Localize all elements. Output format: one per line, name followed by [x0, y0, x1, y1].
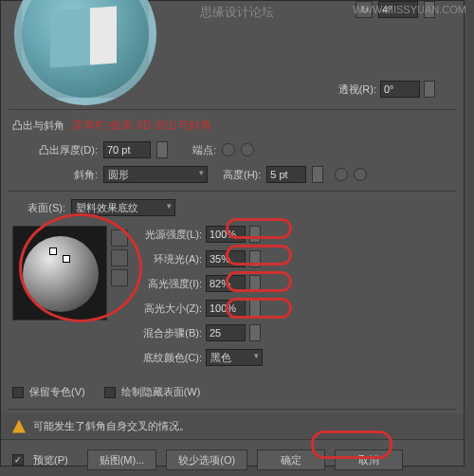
divider: [9, 191, 456, 192]
bevel-select[interactable]: 圆形: [103, 166, 208, 183]
url-watermark: WWW.MISSYUAN.COM: [353, 4, 466, 15]
depth-row: 凸出厚度(D): 70 pt 端点:: [1, 137, 464, 162]
button-row: 预览(P) 贴图(M)... 较少选项(O) 确定 取消: [1, 439, 464, 476]
perspective-input[interactable]: 0°: [380, 81, 420, 98]
cap-off-icon[interactable]: [241, 143, 254, 156]
light-delete-button[interactable]: [111, 269, 128, 286]
extrude-title: 凸出与斜角: [12, 119, 64, 133]
intensity-spinner[interactable]: [249, 226, 261, 243]
depth-label: 凸出厚度(D):: [12, 143, 98, 157]
intensity-label: 光源强度(L):: [120, 228, 202, 242]
depth-spinner[interactable]: [156, 141, 168, 158]
shading-sphere: [23, 236, 99, 312]
options-row: 保留专色(V) 绘制隐藏表面(W): [1, 379, 464, 405]
surface-label: 表面(S):: [12, 201, 65, 215]
ambient-input[interactable]: 35%: [206, 250, 246, 267]
perspective-spinner[interactable]: [424, 81, 435, 98]
divider: [9, 109, 456, 110]
ambient-spinner[interactable]: [249, 250, 261, 267]
bevel-label: 斜角:: [12, 168, 98, 182]
preview-label: 预览(P): [33, 453, 68, 467]
perspective-row: 透视(R): 0°: [338, 81, 435, 98]
highlight-size-spinner[interactable]: [249, 300, 261, 317]
highlight-int-input[interactable]: 82%: [206, 275, 246, 292]
forum-watermark: 思缘设计论坛: [200, 4, 274, 21]
blend-input[interactable]: 25: [206, 324, 246, 341]
light-point-2[interactable]: [63, 255, 70, 263]
shading-section: 光源强度(L): 100% 环境光(A): 35% 高光强度(I): 82% 高…: [1, 220, 464, 379]
ambient-label: 环境光(A):: [120, 252, 202, 266]
highlight-int-spinner[interactable]: [249, 275, 261, 292]
cancel-button[interactable]: 取消: [335, 449, 403, 470]
red-annotation: 菜单栏-效果-3D-突出与斜角: [72, 118, 211, 134]
warning-row: 可能发生了斜角自身交叉的情况。: [1, 413, 464, 439]
light-preview[interactable]: [12, 226, 107, 320]
3d-preview-sphere[interactable]: [14, 0, 156, 105]
preview-cube: [50, 7, 117, 68]
highlight-size-label: 高光大小(Z):: [120, 302, 202, 316]
preserve-spot-checkbox[interactable]: [12, 387, 24, 398]
light-point-1[interactable]: [49, 247, 57, 255]
bevel-out-icon[interactable]: [354, 168, 367, 181]
map-art-button[interactable]: 贴图(M)...: [87, 449, 157, 470]
depth-input[interactable]: 70 pt: [103, 141, 151, 158]
shade-color-select[interactable]: 黑色: [206, 349, 263, 366]
draw-hidden-checkbox[interactable]: [104, 387, 116, 398]
fewer-options-button[interactable]: 较少选项(O): [166, 449, 247, 470]
height-spinner[interactable]: [312, 166, 323, 183]
intensity-input[interactable]: 100%: [206, 226, 246, 243]
cap-on-icon[interactable]: [222, 143, 235, 156]
surface-select[interactable]: 塑料效果底纹: [71, 199, 175, 216]
ok-button[interactable]: 确定: [257, 449, 325, 470]
bevel-in-icon[interactable]: [335, 168, 348, 181]
preview-checkbox[interactable]: [12, 454, 24, 466]
highlight-int-label: 高光强度(I):: [120, 277, 202, 291]
extrude-header: 凸出与斜角 菜单栏-效果-3D-突出与斜角: [1, 114, 464, 137]
preserve-spot-label: 保留专色(V): [29, 385, 85, 399]
height-input[interactable]: 5 pt: [266, 166, 306, 183]
bevel-row: 斜角: 圆形 高度(H): 5 pt: [1, 162, 464, 187]
warning-icon: [12, 420, 26, 433]
height-label: 高度(H):: [223, 168, 261, 182]
blend-spinner[interactable]: [249, 324, 261, 341]
light-back-button[interactable]: [111, 229, 128, 247]
shade-color-label: 底纹颜色(C):: [120, 351, 202, 365]
surface-row: 表面(S): 塑料效果底纹: [1, 195, 464, 220]
highlight-size-input[interactable]: 100%: [206, 300, 246, 317]
draw-hidden-label: 绘制隐藏表面(W): [121, 385, 201, 399]
perspective-label: 透视(R):: [338, 82, 376, 97]
cap-label: 端点:: [192, 143, 216, 157]
warning-text: 可能发生了斜角自身交叉的情况。: [33, 419, 190, 433]
light-new-button[interactable]: [111, 249, 128, 266]
divider: [9, 409, 456, 410]
blend-label: 混合步骤(B):: [120, 326, 202, 340]
3d-extrude-dialog: ↻ 4° 透视(R): 0° 凸出与斜角 菜单栏-效果-3D-突出与斜角 凸出厚…: [0, 0, 465, 467]
